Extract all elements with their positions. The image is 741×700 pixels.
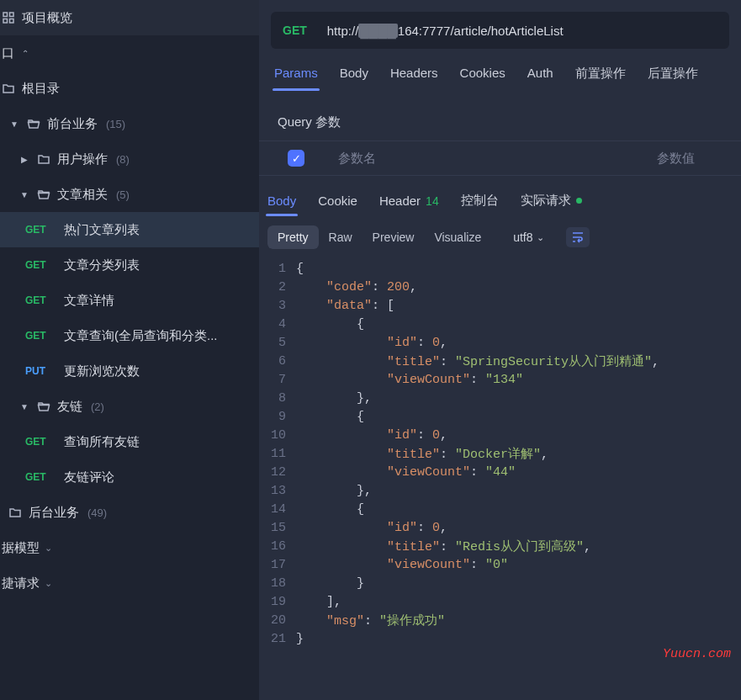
param-name-header[interactable]: 参数名 [338,151,643,167]
chevron-down-icon[interactable]: ⌄ [45,543,52,554]
api-item-all-links[interactable]: GET 查询所有友链 [0,424,259,459]
code-line: 9 { [259,407,741,426]
tab-pre-action[interactable]: 前置操作 [574,61,627,90]
api-item-link-comments[interactable]: GET 友链评论 [0,459,259,495]
folder-open-icon [27,117,40,130]
api-item-article-detail[interactable]: GET 文章详情 [0,283,259,318]
code-content: { [296,410,364,424]
line-number: 4 [259,317,296,331]
code-line: 12 "viewCount": "44" [259,463,741,481]
code-content: "id": 0, [296,336,447,350]
chevron-down-icon[interactable] [19,190,30,199]
sidebar-item-article[interactable]: 文章相关 (5) [0,177,259,212]
code-line: 20 "msg": "操作成功" [259,611,741,629]
tab-cookies[interactable]: Cookies [458,61,507,90]
view-raw[interactable]: Raw [319,225,363,249]
api-item-article-query[interactable]: GET 文章查询(全局查询和分类... [0,318,259,353]
watermark: Yuucn.com [663,647,731,661]
code-content: { [296,262,304,276]
request-url[interactable]: http://████164:7777/article/hotArticleLi… [327,24,564,38]
line-number: 21 [259,632,296,646]
sidebar-section-datamodel[interactable]: 据模型 ⌄ [0,530,259,565]
chevron-down-icon[interactable] [8,119,20,129]
folder-open-icon [37,400,50,413]
response-body[interactable]: 1{2 "code": 200,3 "data": [4 {5 "id": 0,… [259,256,741,700]
view-pretty[interactable]: Pretty [267,225,319,249]
sidebar-section-interface[interactable]: 口 ⌃ [0,35,259,71]
sidebar-section-quickreq[interactable]: 捷请求 ⌄ [0,565,259,601]
view-visualize[interactable]: Visualize [424,225,491,249]
resp-tab-actual-request[interactable]: 实际请求 [519,188,584,215]
code-line: 19 ], [259,592,741,611]
tab-params[interactable]: Params [273,61,320,90]
overview-label: 项目概览 [22,10,72,26]
chevron-down-icon[interactable]: ⌄ [45,578,52,589]
api-item-article-category[interactable]: GET 文章分类列表 [0,247,259,283]
sidebar-item-links[interactable]: 友链 (2) [0,389,259,424]
sidebar-item-root[interactable]: 根目录 [0,71,259,106]
line-number: 10 [259,428,296,443]
view-mode-segment: Pretty Raw Preview Visualize [267,225,491,249]
response-tabs: Body Cookie Header 14 控制台 实际请求 [259,176,741,219]
chevron-up-icon[interactable]: ⌃ [19,49,31,58]
code-line: 11 "title": "Docker详解", [259,444,741,463]
method-badge: GET [25,330,57,342]
resp-tab-body[interactable]: Body [266,188,298,215]
sidebar-item-overview[interactable]: 项目概览 [0,0,259,35]
api-item-hot-article-list[interactable]: GET 热门文章列表 [0,212,259,247]
code-content: } [296,576,364,591]
line-number: 16 [259,539,296,554]
line-number: 14 [259,502,296,517]
request-url-bar[interactable]: GET http://████164:7777/article/hotArtic… [271,12,729,49]
line-number: 5 [259,336,296,350]
folder-icon [2,82,15,95]
line-number: 17 [259,558,296,572]
resp-tab-console[interactable]: 控制台 [459,188,500,215]
code-content: "viewCount": "0" [296,558,508,572]
method-badge: GET [25,471,57,483]
code-content: { [296,317,364,331]
line-number: 13 [259,484,296,498]
api-item-update-views[interactable]: PUT 更新浏览次数 [0,353,259,389]
sidebar-item-backend[interactable]: 后台业务 (49) [0,495,259,530]
view-controls: Pretty Raw Preview Visualize utf8 ⌄ [259,219,741,256]
resp-tab-header[interactable]: Header 14 [378,188,441,215]
chevron-down-icon: ⌄ [537,232,544,243]
code-line: 16 "title": "Redis从入门到高级", [259,537,741,555]
svg-rect-0 [3,13,8,17]
line-number: 3 [259,299,296,313]
line-number: 11 [259,447,296,461]
line-number: 20 [259,613,296,628]
sidebar-item-frontend[interactable]: 前台业务 (15) [0,106,259,141]
chevron-right-icon[interactable] [19,155,30,164]
tab-post-action[interactable]: 后置操作 [646,61,700,90]
param-checkbox[interactable]: ✓ [288,150,304,167]
word-wrap-icon[interactable] [566,227,590,247]
code-line: 13 }, [259,481,741,500]
code-content: "viewCount": "134" [296,373,523,387]
param-value-header[interactable]: 参数值 [657,151,741,167]
code-content: { [296,502,364,517]
line-number: 6 [259,354,296,369]
resp-tab-cookie[interactable]: Cookie [316,188,359,215]
svg-rect-3 [10,19,14,24]
view-preview[interactable]: Preview [363,225,425,249]
code-content: "id": 0, [296,428,447,443]
chevron-down-icon[interactable] [19,402,30,411]
main-panel: GET http://████164:7777/article/hotArtic… [259,0,741,700]
code-line: 3 "data": [ [259,296,741,315]
tab-body[interactable]: Body [338,61,370,90]
code-line: 2 "code": 200, [259,278,741,296]
code-content: "id": 0, [296,521,447,535]
encoding-select[interactable]: utf8 ⌄ [513,231,543,244]
code-content: "data": [ [296,299,394,313]
folder-icon [37,152,50,166]
code-line: 1{ [259,259,741,278]
request-method[interactable]: GET [283,24,307,37]
tab-auth[interactable]: Auth [526,61,555,90]
code-content: "title": "SpringSecurity从入门到精通", [296,353,659,369]
folder-icon [8,506,22,519]
sidebar-item-user-ops[interactable]: 用户操作 (8) [0,141,259,177]
status-dot-icon [576,198,582,204]
tab-headers[interactable]: Headers [389,61,440,90]
